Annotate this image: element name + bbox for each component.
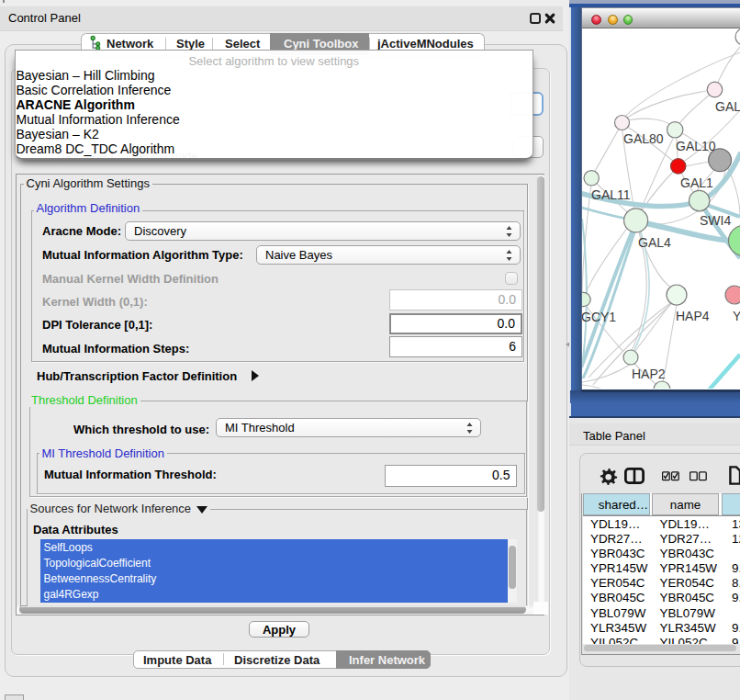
svg-text:SWI4: SWI4	[700, 213, 731, 228]
svg-text:GAL4: GAL4	[638, 235, 671, 250]
svg-text:YJ: YJ	[733, 309, 740, 323]
svg-text:GAL1: GAL1	[680, 175, 713, 190]
svg-text:GCY1: GCY1	[582, 310, 616, 324]
svg-text:GAL7: GAL7	[715, 99, 740, 114]
svg-text:GAL11: GAL11	[591, 187, 631, 202]
svg-text:HAP4: HAP4	[676, 309, 710, 323]
svg-text:HAP2: HAP2	[632, 367, 666, 381]
svg-text:GAL80: GAL80	[623, 131, 664, 146]
svg-text:GAL10: GAL10	[676, 139, 716, 153]
